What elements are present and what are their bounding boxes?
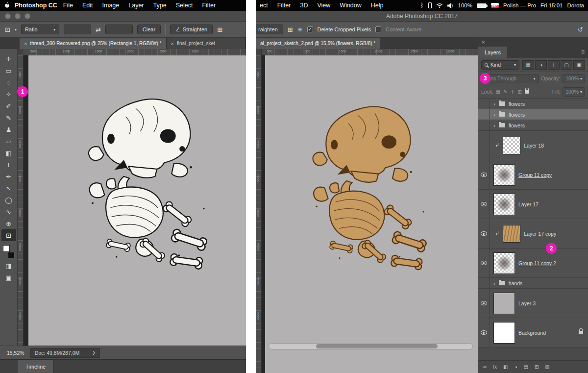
eyedropper-tool[interactable]: ✐: [1, 100, 16, 112]
lock-position-icon[interactable]: ✛: [511, 89, 514, 95]
menu-item-file[interactable]: File: [63, 2, 73, 9]
layer-mask-icon[interactable]: ◧: [503, 364, 508, 370]
crop-height-input[interactable]: [105, 25, 133, 34]
menu-item-3d[interactable]: 3D: [300, 2, 308, 9]
layer-group-row[interactable]: ›hands: [478, 278, 588, 289]
smudge-tool[interactable]: ∿: [1, 206, 16, 218]
visibility-toggle[interactable]: [478, 131, 490, 160]
visibility-toggle[interactable]: [478, 278, 490, 288]
move-tool[interactable]: ✛: [1, 53, 16, 65]
scrollbar-thumb[interactable]: [316, 344, 438, 348]
grid-overlay-icon[interactable]: ⊞: [288, 26, 293, 33]
swap-dimensions-icon[interactable]: ⇄: [96, 26, 101, 33]
layer-name[interactable]: Layer 3: [518, 300, 536, 306]
layer-name[interactable]: Layer 17: [518, 201, 539, 207]
minimize-window-button[interactable]: [15, 13, 21, 19]
lasso-tool[interactable]: ◌: [1, 76, 16, 88]
menu-item-window[interactable]: Window: [340, 2, 361, 9]
gear-icon[interactable]: ✳: [297, 26, 303, 33]
straighten-button-partial[interactable]: raighten: [256, 25, 283, 34]
battery-icon[interactable]: [477, 3, 487, 8]
layer-thumbnail[interactable]: [493, 194, 515, 215]
layer-name[interactable]: Layer 17 copy: [524, 231, 556, 237]
wifi-icon[interactable]: [436, 3, 443, 8]
layer-name[interactable]: flowers: [509, 123, 525, 128]
layer-name[interactable]: Group 11 copy 2: [518, 260, 556, 266]
crop-tool[interactable]: ⊡: [1, 229, 16, 241]
layer-row[interactable]: Layer 17: [478, 190, 588, 219]
layer-group-row[interactable]: ›flowers: [478, 109, 588, 120]
layer-effects-icon[interactable]: fx: [493, 364, 497, 370]
pixel-layer-filter-icon[interactable]: ▦: [522, 60, 534, 70]
layer-name[interactable]: Layer 18: [524, 143, 544, 149]
kind-filter-select[interactable]: Kind ▾: [481, 60, 519, 70]
visibility-toggle[interactable]: [478, 99, 490, 109]
document-tab[interactable]: × final_project_sket: [167, 38, 246, 49]
window-title-bar[interactable]: [0, 11, 246, 22]
lock-transparency-icon[interactable]: ▦: [496, 89, 500, 95]
window-title-bar[interactable]: Adobe Photoshop CC 2017: [256, 11, 588, 22]
layer-group-icon[interactable]: ▤: [523, 364, 528, 370]
background-color-swatch[interactable]: [8, 252, 15, 259]
eraser-tool[interactable]: ▱: [1, 135, 16, 147]
layer-row[interactable]: Group 11 copy 2: [478, 249, 588, 278]
status-chevron-icon[interactable]: ❯: [92, 350, 96, 355]
menu-item-view[interactable]: View: [317, 2, 330, 9]
menu-item-filter[interactable]: Filter: [202, 2, 216, 9]
panel-menu-icon[interactable]: ≡: [581, 49, 585, 55]
disclosure-chevron-icon[interactable]: ›: [493, 123, 495, 128]
layer-thumbnail[interactable]: [493, 293, 515, 314]
smart-object-filter-icon[interactable]: ▣: [573, 60, 585, 70]
straighten-button[interactable]: ∠ Straighten: [170, 25, 213, 34]
marquee-tool[interactable]: ▭: [1, 65, 16, 76]
shape-layer-filter-icon[interactable]: ▢: [561, 60, 572, 70]
visibility-toggle[interactable]: [478, 160, 490, 189]
close-tab-icon[interactable]: ×: [24, 41, 27, 47]
foreground-color-swatch[interactable]: [3, 245, 10, 252]
screen-mode-button[interactable]: ▣: [1, 272, 16, 283]
menu-item-help[interactable]: Help: [371, 2, 384, 9]
crop-tool-icon[interactable]: ⊡: [5, 26, 10, 33]
menu-item-layer[interactable]: Layer: [128, 2, 144, 9]
menu-item-image[interactable]: Image: [102, 2, 120, 9]
adjustment-layer-icon[interactable]: ◑: [514, 364, 517, 370]
lock-artboard-icon[interactable]: ⊞: [517, 89, 521, 95]
close-window-button[interactable]: [5, 13, 11, 19]
visibility-toggle[interactable]: [478, 120, 490, 130]
visibility-toggle[interactable]: [478, 289, 490, 318]
document-canvas[interactable]: [265, 55, 478, 373]
input-source-name[interactable]: Polish — Pro: [503, 2, 536, 8]
input-source-flag-icon[interactable]: PRO: [491, 3, 499, 8]
layer-thumbnail[interactable]: [493, 322, 515, 344]
visibility-toggle[interactable]: [478, 109, 490, 120]
disclosure-chevron-icon[interactable]: ›: [493, 280, 495, 286]
visibility-toggle[interactable]: [478, 318, 490, 347]
opacity-field[interactable]: 100% ▾: [563, 74, 585, 83]
layer-group-row[interactable]: ›flowers: [478, 99, 588, 109]
document-tab-active[interactable]: al_project_sketch_2.psd @ 15,5% (flowers…: [256, 38, 380, 49]
panel-close-icon[interactable]: ×: [482, 39, 485, 45]
layer-row[interactable]: Group 11 copy: [478, 160, 588, 190]
disclosure-chevron-icon[interactable]: ›: [493, 101, 495, 107]
document-canvas[interactable]: [28, 55, 246, 346]
volume-icon[interactable]: [447, 3, 454, 8]
menu-item-filter[interactable]: Filter: [277, 2, 291, 9]
visibility-toggle[interactable]: [478, 190, 490, 219]
grid-overlay-icon[interactable]: ⊞: [217, 26, 222, 33]
zoom-window-button[interactable]: [24, 13, 30, 19]
pen-tool[interactable]: ✒: [1, 171, 16, 182]
content-aware-checkbox[interactable]: [375, 26, 381, 32]
reset-icon[interactable]: ↺: [578, 26, 583, 33]
menu-item-type[interactable]: Type: [153, 2, 167, 9]
menu-user[interactable]: Dorota: [567, 2, 584, 8]
lock-pixels-icon[interactable]: ✎: [504, 89, 508, 95]
menu-clock[interactable]: Fri 15:01: [540, 2, 563, 8]
document-tab-active[interactable]: × thread_300-Recovered.png @ 25% (Rectan…: [20, 38, 167, 49]
layer-thumbnail[interactable]: [503, 225, 520, 243]
zoom-level[interactable]: 15,52%: [7, 350, 24, 356]
bluetooth-icon[interactable]: ᛒ: [420, 2, 423, 9]
ratio-select[interactable]: Ratio ▾: [21, 25, 59, 34]
layer-row[interactable]: ↲Layer 17 copy: [478, 219, 588, 249]
link-layers-icon[interactable]: ∞: [483, 364, 487, 370]
clear-button[interactable]: Clear: [137, 25, 161, 34]
